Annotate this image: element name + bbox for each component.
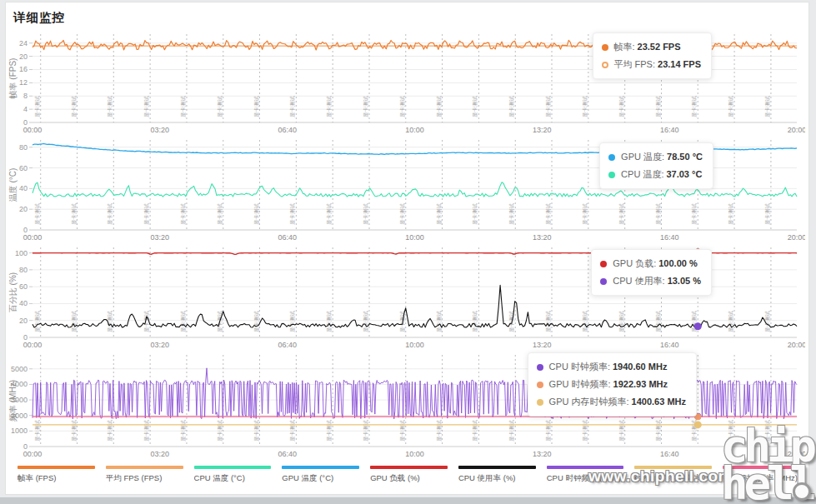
legend-label: CPU 时钟频率: bbox=[549, 358, 610, 376]
svg-text:显卡测试: 显卡测试 bbox=[728, 96, 734, 118]
series-toggle-label: GPU 温度 (°C) bbox=[282, 473, 359, 484]
svg-text:16:40: 16:40 bbox=[660, 450, 679, 458]
svg-text:帧率 (FPS): 帧率 (FPS) bbox=[8, 58, 18, 99]
svg-text:显卡测试: 显卡测试 bbox=[436, 96, 443, 118]
series-toggle-label: CPU 时钟频率 (MHz) bbox=[547, 473, 624, 484]
svg-text:12: 12 bbox=[19, 78, 28, 87]
svg-text:显卡测试: 显卡测试 bbox=[545, 420, 552, 442]
series-toggle-label: CPU 使用率 (%) bbox=[458, 473, 536, 484]
series-toggle[interactable]: CPU 使用率 (%) bbox=[458, 466, 536, 484]
svg-text:13:20: 13:20 bbox=[533, 126, 552, 134]
dot-marker-icon bbox=[537, 399, 543, 406]
series-color-swatch bbox=[547, 466, 624, 469]
svg-text:显卡测试: 显卡测试 bbox=[34, 311, 41, 333]
legend-item[interactable]: GPU 负载:100.00 % bbox=[600, 255, 701, 272]
charts-container: 04812162024显卡测试显卡测试显卡测试显卡测试显卡测试显卡测试显卡测试显… bbox=[6, 29, 808, 461]
svg-text:00:00: 00:00 bbox=[23, 126, 43, 134]
legend-value: 23.14 FPS bbox=[658, 56, 701, 73]
series-toggle-label: GPU 时钟频率 (MHz) bbox=[723, 473, 800, 484]
svg-text:10:00: 10:00 bbox=[405, 126, 424, 134]
legend-label: GPU 温度: bbox=[621, 148, 664, 166]
chart-fps-legend[interactable]: 帧率:23.52 FPS平均 FPS:23.14 FPS bbox=[593, 32, 713, 79]
svg-text:显卡测试: 显卡测试 bbox=[655, 96, 662, 118]
svg-text:显卡测试: 显卡测试 bbox=[363, 203, 369, 226]
legend-value: 23.52 FPS bbox=[638, 38, 681, 56]
legend-item[interactable]: CPU 时钟频率:1940.60 MHz bbox=[537, 358, 686, 376]
svg-text:显卡测试: 显卡测试 bbox=[289, 311, 296, 333]
legend-item[interactable]: 帧率:23.52 FPS bbox=[602, 38, 702, 56]
legend-item[interactable]: GPU 时钟频率:1922.93 MHz bbox=[537, 376, 686, 393]
svg-text:显卡测试: 显卡测试 bbox=[180, 203, 187, 226]
svg-text:16: 16 bbox=[19, 65, 28, 73]
svg-text:显卡测试: 显卡测试 bbox=[363, 311, 369, 333]
svg-text:显卡测试: 显卡测试 bbox=[655, 311, 662, 333]
legend-item[interactable]: GPU 温度:78.50 °C bbox=[608, 148, 703, 166]
svg-text:10:00: 10:00 bbox=[405, 233, 424, 241]
svg-text:显卡测试: 显卡测试 bbox=[34, 203, 41, 226]
svg-text:显卡测试: 显卡测试 bbox=[326, 311, 333, 333]
svg-text:显卡测试: 显卡测试 bbox=[289, 203, 296, 226]
svg-text:5000: 5000 bbox=[11, 365, 28, 373]
legend-label: CPU 使用率: bbox=[613, 272, 664, 290]
series-toggle[interactable]: GPU 时钟频率 (MHz) bbox=[723, 466, 800, 484]
chart-temp-legend[interactable]: GPU 温度:78.50 °CCPU 温度:37.03 °C bbox=[599, 142, 713, 189]
series-toggle[interactable]: CPU 温度 (°C) bbox=[194, 466, 272, 484]
svg-text:显卡测试: 显卡测试 bbox=[436, 311, 443, 333]
svg-text:显卡测试: 显卡测试 bbox=[764, 96, 771, 118]
svg-text:20:00: 20:00 bbox=[788, 450, 805, 458]
svg-text:06:40: 06:40 bbox=[278, 126, 297, 134]
svg-text:20: 20 bbox=[19, 317, 28, 325]
series-toggle[interactable]: 帧率 (FPS) bbox=[18, 466, 95, 484]
dot-marker-icon bbox=[602, 44, 608, 51]
svg-text:100: 100 bbox=[15, 249, 28, 257]
series-toggle[interactable]: CPU 时钟频率 (MHz) bbox=[547, 466, 624, 484]
svg-text:20:00: 20:00 bbox=[788, 126, 805, 134]
svg-text:03:20: 03:20 bbox=[151, 341, 170, 349]
svg-text:显卡测试: 显卡测试 bbox=[363, 420, 369, 442]
series-color-swatch bbox=[370, 466, 448, 469]
series-color-swatch bbox=[194, 466, 272, 469]
legend-label: GPU 内存时钟频率: bbox=[549, 393, 629, 411]
svg-text:显卡测试: 显卡测试 bbox=[545, 311, 552, 333]
svg-text:显卡测试: 显卡测试 bbox=[71, 311, 78, 333]
chart-percent-legend[interactable]: GPU 负载:100.00 %CPU 使用率:13.05 % bbox=[591, 249, 712, 296]
legend-label: GPU 时钟频率: bbox=[549, 376, 611, 393]
svg-text:显卡测试: 显卡测试 bbox=[472, 311, 478, 333]
legend-label: CPU 温度: bbox=[621, 166, 663, 183]
svg-text:频率 (MHz): 频率 (MHz) bbox=[8, 380, 18, 422]
series-toggle[interactable]: GPU 内存时钟频率 (MHz) bbox=[634, 466, 712, 484]
svg-text:显卡测试: 显卡测试 bbox=[508, 203, 515, 226]
legend-item[interactable]: CPU 温度:37.03 °C bbox=[608, 166, 703, 183]
svg-text:显卡测试: 显卡测试 bbox=[508, 96, 515, 118]
svg-text:16:40: 16:40 bbox=[660, 233, 679, 241]
svg-text:显卡测试: 显卡测试 bbox=[180, 311, 187, 333]
monitor-page: 详细监控 04812162024显卡测试显卡测试显卡测试显卡测试显卡测试显卡测试… bbox=[5, 2, 809, 495]
svg-text:显卡测试: 显卡测试 bbox=[107, 420, 113, 442]
series-toggle[interactable]: 平均 FPS (FPS) bbox=[106, 466, 183, 484]
svg-text:显卡测试: 显卡测试 bbox=[618, 96, 625, 118]
svg-text:百分比 (%): 百分比 (%) bbox=[8, 272, 18, 312]
legend-value: 1400.63 MHz bbox=[632, 393, 686, 411]
chart-percent: 020406080100显卡测试显卡测试显卡测试显卡测试显卡测试显卡测试显卡测试… bbox=[8, 241, 805, 349]
svg-text:显卡测试: 显卡测试 bbox=[71, 203, 78, 226]
svg-text:13:20: 13:20 bbox=[533, 450, 552, 458]
legend-value: 1922.93 MHz bbox=[613, 376, 668, 393]
svg-text:80: 80 bbox=[19, 143, 28, 152]
chart-temp: 020406080显卡测试显卡测试显卡测试显卡测试显卡测试显卡测试显卡测试显卡测… bbox=[8, 136, 805, 241]
series-toggle-label: 帧率 (FPS) bbox=[18, 473, 95, 484]
svg-text:06:40: 06:40 bbox=[278, 233, 297, 241]
svg-text:显卡测试: 显卡测试 bbox=[655, 203, 662, 226]
legend-item[interactable]: GPU 内存时钟频率:1400.63 MHz bbox=[537, 393, 686, 411]
svg-text:16:40: 16:40 bbox=[660, 126, 679, 134]
svg-text:显卡测试: 显卡测试 bbox=[326, 203, 333, 226]
svg-text:显卡测试: 显卡测试 bbox=[655, 420, 662, 442]
svg-text:显卡测试: 显卡测试 bbox=[217, 203, 223, 226]
svg-text:显卡测试: 显卡测试 bbox=[253, 96, 260, 118]
legend-item[interactable]: CPU 使用率:13.05 % bbox=[600, 272, 701, 290]
dot-marker-icon bbox=[537, 364, 543, 371]
chart-clock-legend[interactable]: CPU 时钟频率:1940.60 MHzGPU 时钟频率:1922.93 MHz… bbox=[528, 352, 697, 417]
svg-text:显卡测试: 显卡测试 bbox=[618, 420, 625, 442]
legend-item[interactable]: 平均 FPS:23.14 FPS bbox=[602, 56, 702, 73]
series-toggle[interactable]: GPU 温度 (°C) bbox=[282, 466, 359, 484]
series-toggle[interactable]: GPU 负载 (%) bbox=[370, 466, 448, 484]
